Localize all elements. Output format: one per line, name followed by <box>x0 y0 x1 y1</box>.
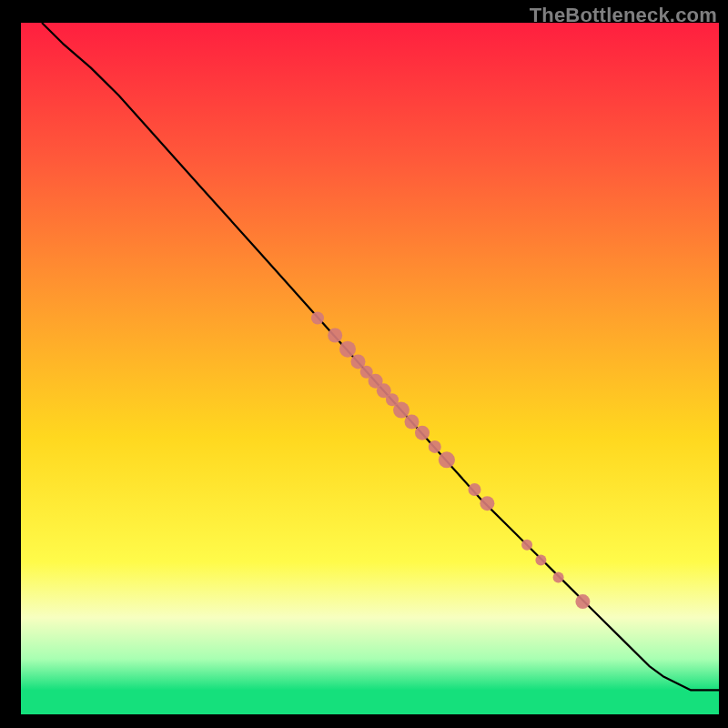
marker-dot <box>439 451 455 468</box>
marker-dot <box>429 440 441 453</box>
marker-dot <box>405 415 420 430</box>
marker-dot <box>553 572 564 583</box>
marker-dot <box>339 341 356 358</box>
watermark-text: TheBottleneck.com <box>530 4 717 27</box>
chart-canvas <box>0 0 728 728</box>
marker-dot <box>480 496 494 511</box>
marker-dot <box>311 312 324 325</box>
marker-dot <box>328 329 342 343</box>
marker-dot <box>415 426 430 440</box>
marker-dot <box>575 594 590 609</box>
marker-dot <box>535 555 546 566</box>
marker-dot <box>521 540 532 551</box>
marker-dot <box>469 483 481 496</box>
marker-dot <box>393 402 410 419</box>
